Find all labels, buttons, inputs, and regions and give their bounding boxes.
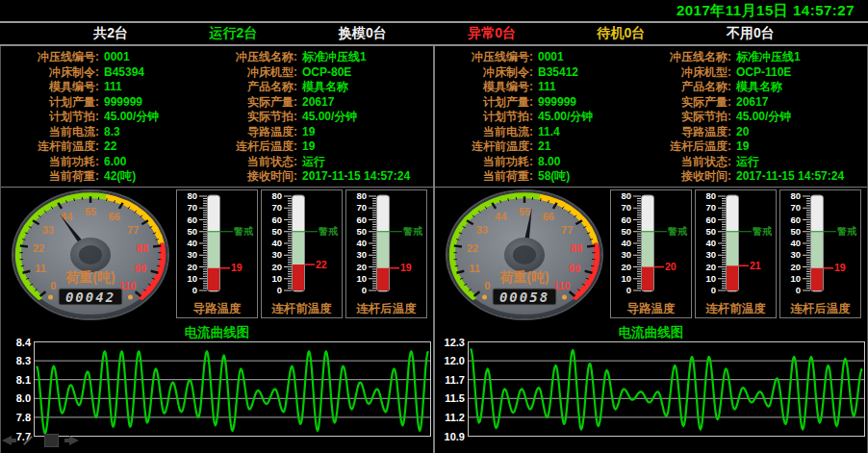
info-label: 计划产量:	[1, 95, 99, 110]
scroll-left-icon[interactable]	[2, 436, 12, 445]
info-label: 冲压线编号:	[1, 50, 99, 64]
y-axis-label: 10.9	[445, 431, 465, 442]
thermo-title: 导路温度	[177, 301, 257, 317]
thermo-warn-label: 警戒	[836, 226, 857, 237]
info-label: 冲床制令:	[435, 65, 533, 80]
tab-mold-change[interactable]: 换模0台	[339, 25, 387, 42]
gauge-dial: 0112233445566778899110荷重(吨)00058	[436, 189, 609, 320]
info-value: B35412	[533, 65, 651, 80]
thermo-scale-label: 50	[621, 226, 631, 237]
y-axis-label: 8.0	[16, 392, 31, 404]
thermometer-guide-temp: 01020304050607080警戒20导路温度	[610, 189, 692, 318]
info-row: 模具编号:111产品名称:模具名称	[435, 80, 867, 94]
gauge-number: 44	[495, 211, 507, 222]
info-label: 产品名称:	[217, 80, 297, 94]
info-label: 计划节拍:	[1, 110, 99, 124]
machine-panel-2: 冲压线编号:0001冲压线名称:标准冲压线1冲床制令:B35412冲床机型:OC…	[435, 46, 867, 453]
tab-abnormal[interactable]: 异常0台	[468, 25, 516, 42]
info-row: 冲压线编号:0001冲压线名称:标准冲压线1	[435, 50, 867, 64]
info-row: 当前荷重:42(吨)接收时间:2017-11-15 14:57:24	[1, 169, 433, 184]
gauge-number: 33	[476, 224, 488, 236]
thermo-scale-label: 0	[277, 285, 282, 295]
info-value: 运行	[731, 155, 867, 169]
thermo-value: 19	[400, 262, 412, 273]
info-row: 当前电流:8.3导路温度:19	[1, 125, 433, 139]
y-axis: 8.48.38.18.07.87.7	[1, 341, 34, 437]
tab-total[interactable]: 共2台	[93, 25, 128, 42]
info-value: 20617	[731, 95, 867, 110]
info-label: 冲床制令:	[1, 65, 99, 80]
y-axis: 12.312.011.711.511.210.9	[435, 341, 468, 437]
y-axis-label: 8.1	[16, 374, 31, 386]
thermo-scale-label: 10	[187, 273, 197, 284]
tab-standby[interactable]: 待机0台	[598, 25, 646, 42]
thermo-scale-label: 10	[621, 273, 631, 284]
info-label: 冲床机型:	[217, 65, 297, 80]
thermo-scale-label: 70	[705, 202, 716, 213]
thermo-value: 21	[750, 260, 761, 271]
info-value: 42(吨)	[99, 169, 217, 184]
thermometer-guide-temp: 01020304050607080警戒19导路温度	[176, 189, 258, 318]
info-row: 计划产量:999999实际产量:20617	[1, 95, 433, 110]
info-label: 当前荷重:	[435, 169, 533, 184]
info-label: 实际节拍:	[217, 110, 297, 124]
info-value: 45.00/分钟	[297, 110, 433, 124]
gauge-number: 88	[137, 242, 148, 254]
info-label: 计划产量:	[435, 95, 533, 110]
thermo-warn-label: 警戒	[318, 226, 339, 237]
gauge-number: 22	[33, 242, 44, 254]
info-label: 当前荷重:	[1, 169, 99, 184]
y-axis-label: 8.3	[16, 355, 31, 366]
info-label: 实际节拍:	[651, 110, 731, 124]
thermo-fill	[811, 268, 823, 290]
info-label: 冲压线名称:	[651, 50, 731, 64]
thermo-scale-label: 30	[621, 249, 631, 260]
resize-handle-icon	[23, 436, 33, 445]
gauge-number: 77	[561, 224, 573, 236]
thermo-warn-label: 警戒	[402, 226, 423, 237]
gauge-dial: 0112233445566778899110荷重(吨)00042	[2, 189, 175, 320]
stop-icon[interactable]	[44, 434, 59, 447]
info-row: 当前功耗:8.00当前状态:运行	[435, 155, 867, 169]
thermo-scale-label: 30	[187, 249, 197, 260]
y-axis-label: 11.2	[445, 412, 465, 423]
thermo-scale-label: 40	[356, 238, 367, 248]
thermometers: 01020304050607080警戒19导路温度010203040506070…	[176, 188, 433, 322]
info-value: 111	[533, 80, 651, 94]
gauge-number: 77	[127, 224, 139, 236]
info-value: 45.00/分钟	[731, 110, 867, 124]
thermo-scale-label: 60	[356, 214, 367, 225]
thermo-scale-label: 20	[621, 262, 631, 272]
info-value: 22	[99, 139, 217, 154]
thermo-scale-label: 70	[621, 202, 631, 213]
info-label: 导路温度:	[217, 125, 297, 139]
thermo-scale-label: 60	[621, 214, 631, 225]
info-row: 计划产量:999999实际产量:20617	[435, 95, 867, 110]
thermo-scale-label: 40	[271, 238, 282, 248]
info-value: 21	[533, 139, 651, 154]
thermo-fill	[293, 264, 304, 290]
y-axis-label: 7.8	[16, 412, 31, 423]
info-label: 当前电流:	[1, 125, 99, 139]
info-value: OCP-80E	[297, 65, 433, 80]
info-row: 当前荷重:58(吨)接收时间:2017-11-15 14:57:24	[435, 169, 867, 184]
gauge-number: 0	[484, 280, 490, 291]
plot-border	[35, 342, 431, 437]
thermo-scale-label: 0	[796, 285, 801, 295]
tab-unused[interactable]: 不用0台	[727, 25, 775, 42]
thermo-scale-label: 50	[705, 226, 716, 237]
gauge-title: 荷重(吨)	[64, 269, 115, 285]
info-value: OCP-110E	[731, 65, 867, 80]
thermo-fill	[642, 267, 653, 291]
machine-panel-1: 冲压线编号:0001冲压线名称:标准冲压线1冲床制令:B45394冲床机型:OC…	[1, 46, 435, 453]
thermo-fill	[377, 268, 389, 290]
gauges-row: 0112233445566778899110荷重(吨)0004201020304…	[1, 188, 433, 322]
chart-title: 电流曲线图	[1, 324, 433, 340]
thermo-scale-label: 50	[271, 226, 282, 237]
info-label: 导路温度:	[651, 125, 731, 139]
info-value: 模具名称	[731, 80, 867, 94]
scroll-right-icon[interactable]	[69, 436, 79, 445]
tab-running[interactable]: 运行2台	[210, 25, 258, 42]
info-label: 连杆前温度:	[435, 139, 533, 154]
thermo-scale-label: 80	[705, 190, 716, 201]
